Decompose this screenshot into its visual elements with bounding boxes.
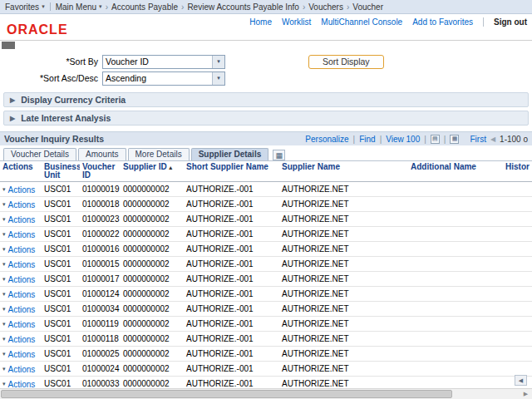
tab-voucher-details[interactable]: Voucher Details [3, 148, 76, 160]
horizontal-scrollbar[interactable]: ▶ [0, 388, 532, 399]
row-actions-link[interactable]: ▾Actions [2, 290, 35, 299]
cell-additional-name [408, 272, 503, 287]
breadcrumb-chevron-icon: › [303, 2, 305, 12]
sort-form: *Sort By Voucher ID ▾ Sort Display *Sort… [0, 49, 532, 89]
header-link[interactable]: Home [249, 17, 272, 27]
tab-supplier-details[interactable]: Supplier Details [191, 148, 269, 160]
select-arrow-icon: ▾ [212, 72, 224, 85]
toolbar-separator: | [380, 135, 382, 144]
table-row: ▾ActionsUSC01010000230000000002AUTHORIZE… [0, 212, 532, 227]
cell-business-unit: USC01 [42, 302, 80, 317]
breadcrumb-divider [50, 2, 51, 11]
section-display-currency-criteria[interactable]: ▶ Display Currency Criteria [3, 92, 529, 107]
grid-tabs: Voucher DetailsAmountsMore DetailsSuppli… [0, 145, 532, 160]
cell-supplier-name: AUTHORIZE.NET [279, 332, 408, 347]
row-actions-link[interactable]: ▾Actions [2, 365, 35, 374]
header-history[interactable]: Histor [503, 161, 532, 182]
actions-caret-icon: ▾ [2, 366, 6, 372]
row-actions-link[interactable]: ▾Actions [2, 320, 35, 329]
row-actions-link[interactable]: ▾Actions [2, 260, 35, 269]
cell-additional-name [408, 317, 503, 332]
cell-voucher-id: 01000118 [80, 332, 121, 347]
breadcrumb-item[interactable]: Vouchers [308, 2, 343, 12]
header-business-unit[interactable]: Business Unit [42, 161, 80, 182]
header-link[interactable]: Add to Favorites [412, 17, 473, 27]
show-all-columns-icon[interactable]: ▦ [273, 150, 285, 160]
row-actions-link[interactable]: ▾Actions [2, 305, 35, 314]
cell-short-supplier-name: AUTHORIZE.-001 [184, 242, 279, 257]
cell-short-supplier-name: AUTHORIZE.-001 [184, 362, 279, 377]
actions-caret-icon: ▾ [2, 216, 6, 223]
cell-business-unit: USC01 [42, 182, 80, 197]
header-actions[interactable]: Actions [0, 161, 42, 182]
zoom-grid-icon[interactable]: ▦ [450, 135, 459, 144]
tab-more-details[interactable]: More Details [128, 148, 190, 160]
favorites-menu[interactable]: Favorites ▾ [5, 2, 45, 12]
row-actions-link[interactable]: ▾Actions [2, 350, 35, 359]
sign-out-link[interactable]: Sign out [494, 17, 527, 27]
cell-supplier-id: 0000000002 [121, 272, 184, 287]
cell-actions: ▾Actions [0, 302, 42, 317]
cell-history [503, 362, 532, 377]
row-actions-link[interactable]: ▾Actions [2, 200, 35, 209]
pager-previous-icon[interactable]: ◀ [490, 135, 495, 143]
cell-supplier-id: 0000000002 [121, 302, 184, 317]
cell-history [503, 272, 532, 287]
cell-short-supplier-name: AUTHORIZE.-001 [184, 347, 279, 362]
breadcrumb-item[interactable]: Review Accounts Payable Info [187, 2, 299, 12]
cell-short-supplier-name: AUTHORIZE.-001 [184, 332, 279, 347]
pager-first-link[interactable]: First [470, 135, 485, 144]
header-links-container: HomeWorklistMultiChannel ConsoleAdd to F… [249, 17, 527, 27]
scroll-right-arrow-icon[interactable]: ▶ [520, 390, 531, 398]
header-additional-name[interactable]: Additional Name [408, 161, 503, 182]
cell-supplier-name: AUTHORIZE.NET [279, 212, 408, 227]
sort-by-select[interactable]: Voucher ID ▾ [102, 55, 225, 69]
grid-title: Voucher Inquiry Results [4, 134, 104, 144]
grid-scroll-left-icon[interactable]: ◀ [515, 375, 527, 386]
cell-actions: ▾Actions [0, 242, 42, 257]
header-voucher-id[interactable]: Voucher ID [80, 161, 121, 182]
row-actions-link[interactable]: ▾Actions [2, 245, 35, 254]
table-row: ▾ActionsUSC01010000250000000002AUTHORIZE… [0, 347, 532, 362]
actions-caret-icon: ▾ [2, 201, 6, 208]
breadcrumb-item[interactable]: Voucher [352, 2, 383, 12]
sort-ascdesc-select[interactable]: Ascending ▾ [102, 71, 225, 86]
find-link[interactable]: Find [359, 135, 375, 144]
section-late-interest-analysis[interactable]: ▶ Late Interest Analysis [3, 111, 529, 126]
header-link[interactable]: MultiChannel Console [321, 17, 402, 27]
expand-arrow-icon: ▶ [10, 96, 15, 104]
cell-actions: ▾Actions [0, 317, 42, 332]
personalize-link[interactable]: Personalize [305, 135, 348, 144]
header-supplier-id[interactable]: Supplier ID▲ [121, 161, 184, 182]
cell-history [503, 197, 532, 212]
cell-business-unit: USC01 [42, 287, 80, 302]
row-actions-link[interactable]: ▾Actions [2, 185, 35, 195]
download-grid-icon[interactable]: ▤ [431, 135, 440, 144]
breadcrumb-chevron-icon: › [181, 2, 184, 12]
header-short-supplier-name[interactable]: Short Supplier Name [184, 161, 279, 182]
actions-caret-icon: ▾ [2, 261, 6, 268]
row-actions-link[interactable]: ▾Actions [2, 275, 35, 284]
row-actions-link[interactable]: ▾Actions [2, 215, 35, 224]
header-supplier-name[interactable]: Supplier Name [279, 161, 408, 182]
table-row: ▾ActionsUSC01010001180000000002AUTHORIZE… [0, 332, 532, 347]
cell-supplier-name: AUTHORIZE.NET [279, 197, 408, 212]
tab-amounts[interactable]: Amounts [78, 148, 126, 160]
table-row: ▾ActionsUSC01010000170000000002AUTHORIZE… [0, 272, 532, 287]
main-menu[interactable]: Main Menu ▾ [56, 2, 102, 12]
cell-supplier-id: 0000000002 [121, 197, 184, 212]
header-link[interactable]: Worklist [282, 17, 311, 27]
actions-caret-icon: ▾ [2, 276, 6, 283]
row-actions-link[interactable]: ▾Actions [2, 230, 35, 239]
table-row: ▾ActionsUSC01010001240000000002AUTHORIZE… [0, 287, 532, 302]
cell-voucher-id: 01000016 [80, 242, 121, 257]
breadcrumb-item[interactable]: Accounts Payable [111, 2, 178, 12]
sort-display-button[interactable]: Sort Display [308, 55, 384, 69]
table-header-row: Actions Business Unit Voucher ID Supplie… [0, 161, 532, 182]
view-100-link[interactable]: View 100 [386, 135, 420, 144]
cell-short-supplier-name: AUTHORIZE.-001 [184, 302, 279, 317]
cell-supplier-id: 0000000002 [121, 317, 184, 332]
cell-history [503, 317, 532, 332]
row-actions-link[interactable]: ▾Actions [2, 335, 35, 344]
horizontal-scrollbar-thumb[interactable] [1, 390, 452, 398]
